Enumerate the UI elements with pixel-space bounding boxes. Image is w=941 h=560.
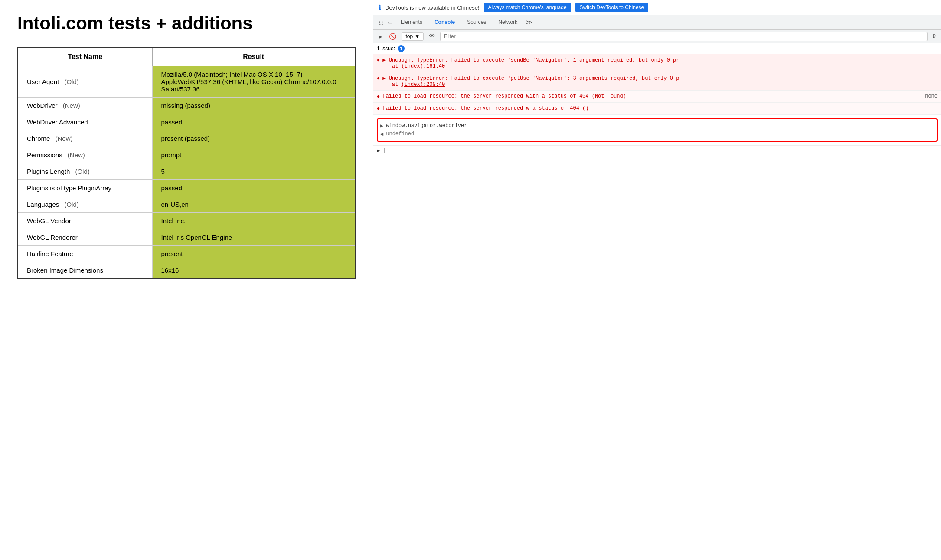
table-row: Plugins Length (Old)5 — [18, 163, 355, 180]
console-output-text: undefined — [386, 131, 414, 137]
inspect-icon[interactable]: ⬚ — [377, 15, 386, 29]
test-name-label: WebDriver — [27, 102, 58, 109]
error-icon-3: ● — [377, 94, 380, 100]
test-name-cell: Languages (Old) — [18, 196, 152, 213]
test-tag: (Old) — [62, 78, 79, 85]
notification-text: DevTools is now available in Chinese! — [385, 4, 480, 11]
test-name-cell: Broken Image Dimensions — [18, 262, 152, 279]
table-row: WebGL VendorIntel Inc. — [18, 213, 355, 229]
test-name-label: WebGL Renderer — [27, 234, 78, 241]
test-result-cell: missing (passed) — [152, 98, 355, 114]
source-link-3: none — [925, 93, 938, 99]
test-name-label: WebGL Vendor — [27, 217, 71, 225]
test-tag: (Old) — [73, 168, 90, 175]
console-input-webdriver: ▶ window.navigator.webdriver — [380, 122, 934, 130]
test-result-cell: Intel Iris OpenGL Engine — [152, 229, 355, 246]
table-row: Languages (Old)en-US,en — [18, 196, 355, 213]
console-toolbar: ▶ 🚫 top ▼ 👁 D — [373, 30, 941, 43]
test-name-cell: WebDriver (New) — [18, 98, 152, 114]
table-row: User Agent (Old)Mozilla/5.0 (Macintosh; … — [18, 66, 355, 98]
test-result-cell: passed — [152, 180, 355, 196]
test-result-cell: 5 — [152, 163, 355, 180]
test-name-label: Plugins Length — [27, 168, 70, 175]
filter-extra: D — [931, 33, 938, 40]
table-row: Chrome (New)present (passed) — [18, 130, 355, 147]
error-icon-2: ● — [377, 75, 380, 81]
test-result-cell: passed — [152, 114, 355, 130]
test-name-cell: Hairline Feature — [18, 246, 152, 262]
table-row: WebGL RendererIntel Iris OpenGL Engine — [18, 229, 355, 246]
highlighted-console-section: ▶ window.navigator.webdriver ◀ undefined — [377, 118, 938, 142]
test-tag: (Old) — [62, 201, 79, 208]
tab-elements[interactable]: Elements — [395, 16, 428, 29]
page-title: Intoli.com tests + additions — [17, 13, 356, 34]
test-name-cell: Permissions (New) — [18, 147, 152, 163]
test-result-cell: Mozilla/5.0 (Macintosh; Intel Mac OS X 1… — [152, 66, 355, 98]
table-row: Broken Image Dimensions16x16 — [18, 262, 355, 279]
info-icon: ℹ — [379, 4, 381, 11]
console-text-2: ▶ Uncaught TypeError: Failed to execute … — [382, 75, 938, 88]
tab-console[interactable]: Console — [428, 16, 461, 29]
test-result-cell: present (passed) — [152, 130, 355, 147]
console-entry-error-2: ● ▶ Uncaught TypeError: Failed to execut… — [373, 72, 941, 91]
issues-label: 1 Issue: — [377, 46, 395, 52]
console-text-3: Failed to load resource: the server resp… — [382, 93, 938, 99]
test-table: Test Name Result User Agent (Old)Mozilla… — [17, 47, 356, 279]
test-tag: (New) — [66, 151, 85, 159]
table-row: Plugins is of type PluginArraypassed — [18, 180, 355, 196]
eye-icon[interactable]: 👁 — [427, 32, 437, 41]
device-icon[interactable]: ▭ — [386, 15, 394, 29]
input-arrow-icon: ▶ — [380, 123, 383, 129]
test-name-label: Chrome — [27, 135, 50, 142]
tab-network[interactable]: Network — [492, 16, 523, 29]
table-row: WebDriver (New)missing (passed) — [18, 98, 355, 114]
more-tabs-icon[interactable]: ≫ — [523, 15, 535, 29]
devtools-tabs-bar: ⬚ ▭ Elements Console Sources Network ≫ — [373, 15, 941, 30]
console-entry-error-3: ● Failed to load resource: the server re… — [373, 91, 941, 103]
match-language-button[interactable]: Always match Chrome's language — [484, 3, 571, 12]
test-name-cell: User Agent (Old) — [18, 66, 152, 98]
test-result-cell: Intel Inc. — [152, 213, 355, 229]
issues-badge: 1 — [398, 45, 405, 52]
table-row: WebDriver Advancedpassed — [18, 114, 355, 130]
test-result-cell: en-US,en — [152, 196, 355, 213]
output-arrow-icon: ◀ — [380, 131, 383, 137]
test-result-cell: present — [152, 246, 355, 262]
error-icon-4: ● — [377, 106, 380, 112]
execute-icon[interactable]: ▶ — [377, 32, 384, 41]
test-result-cell: prompt — [152, 147, 355, 163]
test-name-label: Permissions — [27, 151, 62, 159]
console-text-4: Failed to load resource: the server resp… — [382, 105, 938, 111]
switch-devtools-button[interactable]: Switch DevTools to Chinese — [575, 3, 649, 12]
col-header-test-name: Test Name — [18, 47, 152, 66]
console-entry-error-4: ● Failed to load resource: the server re… — [373, 103, 941, 115]
col-header-result: Result — [152, 47, 355, 66]
chevron-down-icon: ▼ — [415, 33, 420, 39]
test-name-label: User Agent — [27, 78, 59, 85]
devtools-notification-bar: ℹ DevTools is now available in Chinese! … — [373, 0, 941, 15]
console-prompt-line[interactable]: ▶ | — [373, 145, 941, 156]
test-name-cell: WebGL Renderer — [18, 229, 152, 246]
test-name-cell: Chrome (New) — [18, 130, 152, 147]
table-row: Permissions (New)prompt — [18, 147, 355, 163]
context-selector[interactable]: top ▼ — [402, 32, 424, 41]
console-entry-error-1: ● ▶ Uncaught TypeError: Failed to execut… — [373, 54, 941, 72]
test-name-cell: Plugins Length (Old) — [18, 163, 152, 180]
test-tag: (New) — [53, 135, 72, 142]
devtools-panel: ℹ DevTools is now available in Chinese! … — [373, 0, 941, 560]
test-name-cell: WebDriver Advanced — [18, 114, 152, 130]
test-result-cell: 16x16 — [152, 262, 355, 279]
console-output: ● ▶ Uncaught TypeError: Failed to execut… — [373, 54, 941, 560]
console-text-1: ▶ Uncaught TypeError: Failed to execute … — [382, 57, 938, 69]
context-label: top — [405, 33, 413, 39]
console-input-text: window.navigator.webdriver — [386, 123, 467, 129]
test-tag: (New) — [61, 102, 80, 109]
filter-input[interactable] — [440, 32, 928, 41]
test-name-label: Plugins is of type PluginArray — [27, 184, 111, 192]
block-icon[interactable]: 🚫 — [387, 32, 398, 41]
tab-sources[interactable]: Sources — [461, 16, 492, 29]
console-output-undefined: ◀ undefined — [380, 130, 934, 138]
error-link-2[interactable]: (index):209:40 — [401, 81, 445, 88]
test-name-label: WebDriver Advanced — [27, 118, 88, 126]
error-link-1[interactable]: (index):161:40 — [401, 63, 445, 69]
